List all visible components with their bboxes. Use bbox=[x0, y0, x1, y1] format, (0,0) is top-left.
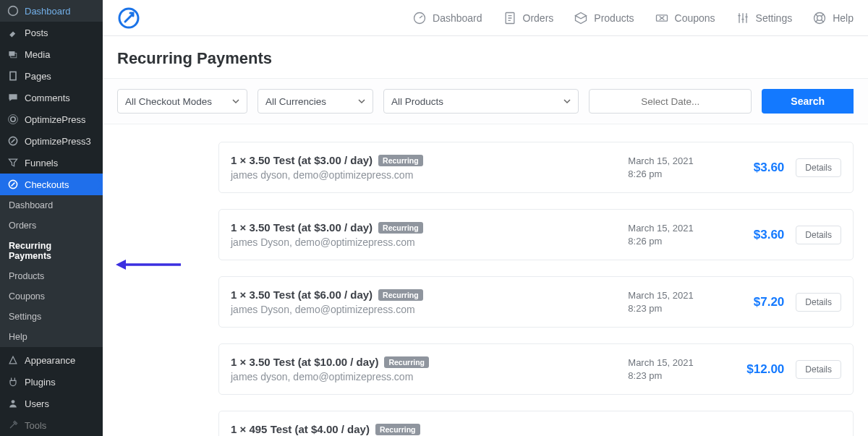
recurring-badge: Recurring bbox=[384, 356, 429, 368]
sidebar-label: Pages bbox=[25, 71, 51, 82]
media-icon bbox=[7, 48, 19, 60]
nav-dashboard[interactable]: Dashboard bbox=[412, 11, 482, 25]
sidebar-item-optimizepress[interactable]: OptimizePress bbox=[0, 108, 103, 130]
payment-time: 8:26 pm bbox=[628, 168, 715, 181]
top-nav: Dashboard Orders Products Coupons Settin… bbox=[103, 0, 868, 36]
sidebar-item-posts[interactable]: Posts bbox=[0, 22, 103, 43]
payment-title: 1 × 3.50 Test (at $3.00 / day) bbox=[231, 221, 373, 234]
sidebar-item-pages[interactable]: Pages bbox=[0, 65, 103, 87]
payment-title: 1 × 495 Test (at $4.00 / day) bbox=[231, 423, 370, 435]
checkout-icon bbox=[7, 179, 19, 190]
sidebar-item-plugins[interactable]: Plugins bbox=[0, 371, 103, 393]
submenu-help[interactable]: Help bbox=[0, 327, 103, 347]
search-button[interactable]: Search bbox=[762, 89, 854, 114]
sidebar-label: Users bbox=[25, 398, 49, 409]
sidebar-label: Tools bbox=[25, 420, 46, 431]
payment-date: March 15, 2021 bbox=[628, 155, 715, 168]
sidebar-item-users[interactable]: Users bbox=[0, 393, 103, 414]
users-icon bbox=[7, 398, 19, 409]
sidebar-item-funnels[interactable]: Funnels bbox=[0, 152, 103, 174]
sidebar-label: OptimizePress bbox=[25, 114, 86, 125]
svg-rect-3 bbox=[10, 72, 16, 80]
wp-admin-sidebar: Dashboard Posts Media Pages Comments Opt… bbox=[0, 0, 103, 436]
svg-rect-1 bbox=[9, 51, 14, 56]
pin-icon bbox=[7, 27, 19, 38]
filter-products[interactable]: All Products bbox=[383, 89, 579, 114]
sidebar-label: Plugins bbox=[25, 377, 56, 388]
filter-checkout-modes[interactable]: All Checkout Modes bbox=[117, 89, 247, 114]
recurring-badge: Recurring bbox=[375, 424, 420, 435]
filter-date-input[interactable] bbox=[589, 89, 752, 114]
submenu-dashboard[interactable]: Dashboard bbox=[0, 195, 103, 215]
filter-bar: All Checkout Modes All Currencies All Pr… bbox=[103, 78, 868, 124]
submenu-settings[interactable]: Settings bbox=[0, 307, 103, 327]
plugin-icon bbox=[7, 376, 19, 388]
recurring-badge: Recurring bbox=[378, 222, 423, 234]
payment-title: 1 × 3.50 Test (at $3.00 / day) bbox=[231, 154, 373, 166]
payment-time: 8:23 pm bbox=[628, 369, 715, 382]
app-logo-icon bbox=[117, 7, 140, 30]
funnel-icon bbox=[7, 157, 19, 168]
sidebar-item-tools[interactable]: Tools bbox=[0, 414, 103, 436]
payment-price: $12.00 bbox=[726, 362, 784, 377]
payment-title: 1 × 3.50 Test (at $6.00 / day) bbox=[231, 288, 373, 301]
payment-price: $7.20 bbox=[726, 295, 784, 309]
chevron-down-icon bbox=[232, 98, 239, 105]
nav-settings[interactable]: Settings bbox=[736, 11, 793, 25]
nav-products[interactable]: Products bbox=[574, 11, 634, 25]
sidebar-label: Checkouts bbox=[25, 179, 69, 190]
nav-coupons[interactable]: Coupons bbox=[655, 11, 715, 25]
submenu-orders[interactable]: Orders bbox=[0, 215, 103, 236]
payment-title: 1 × 3.50 Test (at $10.00 / day) bbox=[231, 356, 378, 368]
sidebar-label: Appearance bbox=[25, 355, 75, 366]
sidebar-label: Funnels bbox=[25, 158, 58, 168]
sidebar-item-checkouts[interactable]: Checkouts bbox=[0, 174, 103, 195]
submenu-recurring-payments[interactable]: Recurring Payments bbox=[0, 236, 103, 266]
payment-time: 8:23 pm bbox=[628, 302, 715, 315]
recurring-badge: Recurring bbox=[378, 289, 423, 301]
submenu-coupons[interactable]: Coupons bbox=[0, 286, 103, 307]
payment-row: 1 × 3.50 Test (at $10.00 / day)Recurring… bbox=[218, 343, 854, 395]
payment-customer: james dyson, demo@optimizepress.com bbox=[231, 169, 616, 181]
recurring-badge: Recurring bbox=[378, 155, 423, 166]
details-button[interactable]: Details bbox=[796, 293, 841, 312]
chevron-down-icon bbox=[563, 98, 571, 105]
payment-row: 1 × 3.50 Test (at $6.00 / day)Recurring … bbox=[218, 276, 854, 328]
chevron-down-icon bbox=[358, 98, 365, 105]
pages-icon bbox=[7, 70, 19, 82]
page-title: Recurring Payments bbox=[103, 36, 868, 78]
details-button[interactable]: Details bbox=[796, 226, 841, 244]
sidebar-item-optimizepress3[interactable]: OptimizePress3 bbox=[0, 130, 103, 152]
appearance-icon bbox=[7, 354, 19, 366]
payment-date: March 15, 2021 bbox=[628, 222, 715, 235]
payment-customer: james dyson, demo@optimizepress.com bbox=[231, 371, 616, 382]
payment-date: March 15, 2021 bbox=[628, 289, 715, 302]
comment-icon bbox=[7, 92, 19, 103]
payment-customer: james Dyson, demo@optimizepress.com bbox=[231, 304, 616, 315]
tools-icon bbox=[7, 419, 19, 431]
sidebar-label: OptimizePress3 bbox=[25, 136, 91, 147]
payment-row: 1 × 495 Test (at $4.00 / day)Recurring bbox=[218, 411, 854, 436]
filter-currencies[interactable]: All Currencies bbox=[258, 89, 373, 114]
payment-price: $3.60 bbox=[726, 161, 784, 175]
sidebar-item-appearance[interactable]: Appearance bbox=[0, 349, 103, 371]
sidebar-label: Comments bbox=[25, 93, 70, 103]
sidebar-label: Media bbox=[25, 49, 50, 60]
payments-list: 1 × 3.50 Test (at $3.00 / day)Recurring … bbox=[103, 124, 868, 436]
svg-point-8 bbox=[12, 400, 15, 403]
nav-orders[interactable]: Orders bbox=[503, 11, 554, 25]
svg-point-4 bbox=[11, 117, 15, 121]
gear-icon bbox=[7, 114, 19, 125]
submenu-products[interactable]: Products bbox=[0, 266, 103, 286]
payment-customer: james Dyson, demo@optimizepress.com bbox=[231, 236, 616, 248]
payment-date: March 15, 2021 bbox=[628, 356, 715, 369]
payment-price: $3.60 bbox=[726, 228, 784, 242]
svg-point-14 bbox=[817, 15, 822, 20]
nav-help[interactable]: Help bbox=[812, 11, 854, 25]
sidebar-item-media[interactable]: Media bbox=[0, 43, 103, 65]
sidebar-item-dashboard[interactable]: Dashboard bbox=[0, 0, 103, 22]
payment-row: 1 × 3.50 Test (at $3.00 / day)Recurring … bbox=[218, 209, 854, 260]
sidebar-item-comments[interactable]: Comments bbox=[0, 87, 103, 108]
details-button[interactable]: Details bbox=[796, 360, 841, 379]
details-button[interactable]: Details bbox=[796, 158, 841, 177]
